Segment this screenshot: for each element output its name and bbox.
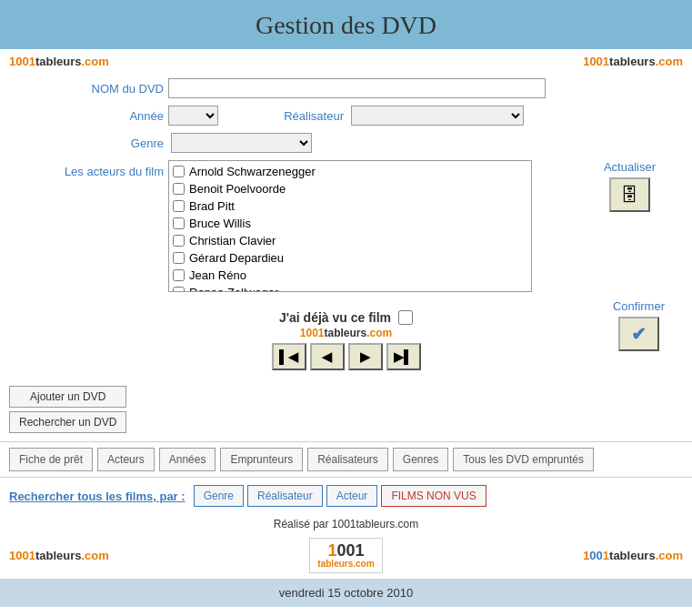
annee-select[interactable] — [168, 106, 218, 126]
actor-list-item: Gérard Depardieu — [169, 249, 531, 267]
logo-left-tableurs: tableurs — [35, 55, 82, 68]
actor-list-item: Christian Clavier — [169, 232, 531, 249]
footer-link: Réalisé par 1001tableurs.com — [0, 514, 692, 534]
logo-right-1001: 1001 — [583, 55, 609, 68]
nom-row: NOM du DVD — [9, 78, 683, 98]
logo-footer-left-tableurs: tableurs — [35, 549, 82, 562]
date-bar: vendredi 15 octobre 2010 — [0, 579, 692, 607]
bottom-nav-button[interactable]: Tous les DVD empruntés — [453, 448, 594, 471]
logo-footer-right-1: 1 — [603, 549, 609, 562]
logo-left-com: .com — [82, 55, 109, 68]
genre-label: Genre — [9, 136, 164, 150]
realisateur-label: Réalisateur — [226, 109, 344, 123]
actor-checkbox[interactable] — [173, 252, 185, 264]
nav-buttons-row: ▌◀ ◀ ▶ ▶▌ — [9, 343, 683, 370]
actor-name: Jean Réno — [189, 268, 246, 282]
logo-center-small: 1001tableurs.com — [9, 327, 683, 339]
search-bar-button[interactable]: Réalisateur — [247, 485, 323, 507]
actor-list-item: Brad Pitt — [169, 197, 531, 215]
actor-list-item: Bruce Willis — [169, 215, 531, 232]
logo-left-1001: 1001 — [9, 55, 35, 68]
actor-list-item: Arnold Schwarzenegger — [169, 163, 531, 180]
confirmer-button[interactable]: ✔ — [618, 317, 659, 351]
actor-checkbox[interactable] — [173, 166, 185, 177]
logo-footer-center-img: 1001 tableurs.com — [309, 538, 382, 573]
bottom-nav-button[interactable]: Emprunteurs — [220, 448, 303, 471]
actualiser-section: Actualiser 🗄 — [604, 160, 656, 212]
footer-link-anchor[interactable]: Réalisé par 1001tableurs.com — [274, 518, 418, 530]
realisateur-select[interactable] — [351, 106, 524, 126]
logo-footer-right: 1001tableurs.com — [583, 549, 683, 562]
genre-select[interactable] — [171, 133, 312, 153]
actor-list-item: Benoit Poelvoorde — [169, 180, 531, 197]
logo-right: 1001tableurs.com — [583, 55, 683, 68]
bottom-nav-button[interactable]: Acteurs — [97, 448, 155, 471]
logo-left: 1001tableurs.com — [9, 55, 109, 68]
actor-name: Brad Pitt — [189, 199, 235, 213]
actor-name: Arnold Schwarzenegger — [189, 165, 316, 178]
bottom-nav-button[interactable]: Réalisateurs — [307, 448, 388, 471]
actualiser-button[interactable]: 🗄 — [609, 177, 650, 212]
actor-checkbox[interactable] — [173, 183, 185, 195]
bottom-nav: Fiche de prêtActeursAnnéesEmprunteursRéa… — [0, 441, 692, 477]
header: Gestion des DVD — [0, 0, 692, 49]
actors-list-container[interactable]: Arnold SchwarzeneggerBenoit PoelvoordeBr… — [168, 160, 532, 292]
logo-footer-right-oo: 00 — [589, 549, 602, 562]
nav-first-button[interactable]: ▌◀ — [272, 343, 306, 370]
actualiser-label: Actualiser — [604, 160, 656, 174]
actor-list-item: Jean Réno — [169, 267, 531, 284]
actor-name: Bruce Willis — [189, 217, 251, 230]
actor-name: Benoit Poelvoorde — [189, 182, 286, 196]
form-area: NOM du DVD Année Réalisateur Genre Les a… — [0, 74, 692, 292]
nav-prev-button[interactable]: ◀ — [310, 343, 345, 370]
logo-footer-left-1001: 1001 — [9, 549, 35, 562]
logo-bar: 1001tableurs.com 1001tableurs.com — [0, 49, 692, 74]
nav-last-button[interactable]: ▶▌ — [386, 343, 421, 370]
middle-area: J'ai déjà vu ce film 1001tableurs.com ▌◀… — [0, 299, 692, 381]
nav-first-icon: ▌◀ — [279, 349, 298, 364]
annee-label: Année — [9, 109, 164, 123]
actor-name: Christian Clavier — [189, 234, 276, 247]
bottom-nav-button[interactable]: Années — [159, 448, 216, 471]
search-bar: Rechercher tous les films, par : GenreRé… — [0, 477, 692, 514]
bottom-nav-button[interactable]: Genres — [393, 448, 448, 471]
page-title: Gestion des DVD — [0, 11, 692, 40]
action-buttons-row: Ajouter un DVD Rechercher un DVD — [0, 381, 692, 438]
rechercher-dvd-button[interactable]: Rechercher un DVD — [9, 411, 126, 433]
bottom-nav-button[interactable]: Fiche de prêt — [9, 448, 93, 471]
nav-last-icon: ▶▌ — [394, 349, 413, 364]
seen-checkbox[interactable] — [398, 310, 413, 325]
nav-prev-icon: ◀ — [322, 349, 332, 364]
actor-name: Renee Zellweger — [189, 286, 278, 292]
actor-checkbox[interactable] — [173, 200, 185, 212]
nav-next-icon: ▶ — [360, 349, 370, 364]
genre-row: Genre — [9, 133, 683, 153]
nom-input[interactable] — [168, 78, 546, 98]
logo-right-tableurs: tableurs — [609, 55, 656, 68]
logo-footer-left: 1001tableurs.com — [9, 549, 109, 562]
logo-footer-left-com: .com — [82, 549, 109, 562]
search-bar-button[interactable]: FILMS NON VUS — [381, 485, 486, 507]
actors-label: Les acteurs du film — [9, 160, 164, 178]
ajouter-dvd-button[interactable]: Ajouter un DVD — [9, 386, 126, 408]
nav-next-button[interactable]: ▶ — [348, 343, 383, 370]
seen-label: J'ai déjà vu ce film — [279, 310, 391, 325]
actualiser-icon: 🗄 — [620, 185, 638, 206]
actor-list-item: Renee Zellweger — [169, 284, 531, 292]
seen-row: J'ai déjà vu ce film — [9, 310, 683, 325]
left-action-btns: Ajouter un DVD Rechercher un DVD — [9, 386, 126, 433]
confirmer-section: Confirmer ✔ — [613, 299, 665, 351]
actor-checkbox[interactable] — [173, 235, 185, 247]
logo-footer-row: 1001tableurs.com 1001 tableurs.com 1001t… — [0, 534, 692, 579]
actor-checkbox[interactable] — [173, 287, 185, 292]
logo-footer-right-com: .com — [656, 549, 683, 562]
logo-footer-right-tableurs: tableurs — [609, 549, 656, 562]
confirmer-icon: ✔ — [631, 323, 647, 345]
actors-section: Les acteurs du film Arnold Schwarzenegge… — [9, 160, 683, 292]
actor-checkbox[interactable] — [173, 269, 185, 281]
search-bar-button[interactable]: Genre — [194, 485, 244, 507]
search-bar-button[interactable]: Acteur — [326, 485, 378, 507]
search-label: Rechercher tous les films, par : — [9, 490, 186, 503]
actor-checkbox[interactable] — [173, 217, 185, 229]
confirmer-label: Confirmer — [613, 299, 665, 313]
